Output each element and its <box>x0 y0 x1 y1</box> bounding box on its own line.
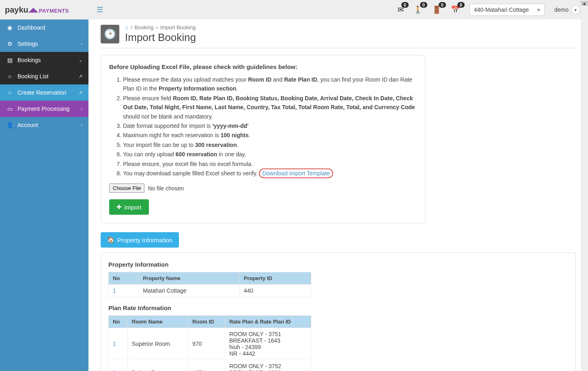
guideline-item: Date format supported for import is 'yyy… <box>123 121 417 130</box>
guideline-item: You may download sample filled Excel she… <box>123 169 417 178</box>
import-label: Import <box>124 204 142 211</box>
nav-create-reservation[interactable]: ○ Create Reservation ↗ <box>0 84 88 101</box>
table-cell: 2 <box>109 360 128 371</box>
table-cell: 440 <box>239 285 311 297</box>
property-info-panel: Property Information NoProperty NameProp… <box>101 252 576 371</box>
chevron-right-icon: › <box>81 106 82 111</box>
property-select[interactable]: 440-Matahari Cottage <box>470 4 545 16</box>
nav-label: Payment Processing <box>17 106 69 112</box>
table-header: No <box>109 272 139 285</box>
gear-icon: ⚙ <box>6 41 13 47</box>
logo-triangle-icon <box>28 8 38 13</box>
card-icon: ▭ <box>6 106 13 112</box>
nav-bookings[interactable]: ▤ Bookings ⌄ <box>0 52 88 68</box>
logo: payku PAYMENTS <box>0 0 88 19</box>
external-link-icon: ↗ <box>79 74 82 79</box>
user-menu[interactable]: demo ▾ <box>554 5 580 14</box>
rate-table: NoRoom NameRoom IDRate Plan & Rate Plan … <box>108 315 311 371</box>
select-value: 440-Matahari Cottage <box>474 6 529 13</box>
list-icon: ▤ <box>6 57 13 63</box>
chevron-right-icon: › <box>81 123 82 127</box>
scroll-up-icon[interactable]: ▲ <box>581 1 588 6</box>
table-header: Room Name <box>127 316 188 328</box>
property-info-toggle[interactable]: 🏠 Property Information <box>101 232 179 248</box>
table-cell: ROOM ONLY - 3752BREAKFAST - 3328NR - 444… <box>225 360 311 371</box>
badge-count: 0 <box>439 2 446 8</box>
nav-label: Account <box>17 122 38 128</box>
inbox-icon[interactable]: ✉0 <box>398 5 404 14</box>
badge-count: 0 <box>457 2 465 8</box>
table-cell: 1 <box>109 328 128 360</box>
table-cell: Matahari Cottage <box>139 285 240 297</box>
nav-booking-list[interactable]: ○ Booking List ↗ <box>0 68 88 84</box>
table-row: 2Deluxe Room1874ROOM ONLY - 3752BREAKFAS… <box>109 360 311 371</box>
table-row: 1Matahari Cottage440 <box>109 285 311 297</box>
external-link-icon: ↗ <box>79 90 82 95</box>
circle-icon: ○ <box>6 73 13 80</box>
table-cell: Superior Room <box>127 328 188 360</box>
download-template-link[interactable]: Download Import Template <box>259 168 333 178</box>
chevron-right-icon: › <box>81 41 82 46</box>
circle-icon: ○ <box>6 89 13 96</box>
breadcrumb: ⌂ / Booking › Import Booking <box>125 24 196 30</box>
user-label: demo <box>554 6 569 13</box>
rate-info-title: Plan Rate Information <box>108 304 568 311</box>
scrollbar[interactable]: ▲ <box>581 0 588 371</box>
table-cell: 970 <box>188 328 225 360</box>
home-icon: 🏠 <box>107 236 115 244</box>
plus-icon: ✚ <box>116 203 122 211</box>
table-row: 1Superior Room970ROOM ONLY - 3751BREAKFA… <box>109 328 311 360</box>
dashboard-meter-icon: 🕑 <box>101 25 119 43</box>
import-button[interactable]: ✚ Import <box>109 199 149 215</box>
table-cell: 1 <box>109 285 139 297</box>
badge-count: 0 <box>401 2 409 8</box>
table-header: Property ID <box>239 272 311 285</box>
nav-account[interactable]: 👤 Account › <box>0 117 88 133</box>
breadcrumb-item[interactable]: Booking <box>134 24 153 30</box>
checkin-icon[interactable]: 🚶0 <box>414 5 422 14</box>
breadcrumb-item: Import Booking <box>160 24 196 30</box>
guideline-item: Please ensure field Room ID, Rate Plan I… <box>123 94 417 121</box>
guideline-item: You can only upload 600 reservation in o… <box>123 150 417 159</box>
logo-main: payku <box>5 5 28 15</box>
logo-accent: PAYMENTS <box>39 8 69 14</box>
property-info-title: Property Information <box>108 261 568 268</box>
guideline-item: Maximum night for each reservation is 10… <box>123 131 417 140</box>
choose-file-button[interactable]: Choose File <box>109 183 144 193</box>
nav-settings[interactable]: ⚙ Settings › <box>0 36 88 52</box>
property-table: NoProperty NameProperty ID 1Matahari Cot… <box>108 272 311 297</box>
nav-label: Settings <box>17 41 38 47</box>
checkout-icon[interactable]: 🚪0 <box>432 5 441 14</box>
guideline-item: Please ensure the data you upload matche… <box>123 75 417 93</box>
table-cell: ROOM ONLY - 3751BREAKFAST - 1643hiuh - 2… <box>225 328 311 360</box>
user-icon: 👤 <box>6 122 13 128</box>
nav-dashboard[interactable]: ◉ Dashboard <box>0 19 88 36</box>
table-header: Property Name <box>139 272 240 285</box>
table-cell: 1874 <box>188 360 225 371</box>
table-header: Rate Plan & Rate Plan ID <box>225 316 311 328</box>
chevron-down-icon: ▾ <box>571 5 580 14</box>
guidelines-panel: Before Uploading Excel File, please chec… <box>101 55 425 223</box>
property-info-label: Property Information <box>117 237 172 244</box>
guidelines-heading: Before Uploading Excel File, please chec… <box>109 63 417 70</box>
guideline-item: Please ensure, your excel file has no ex… <box>123 160 417 168</box>
table-cell: Deluxe Room <box>127 360 188 371</box>
gauge-icon: ◉ <box>6 24 13 31</box>
nav-label: Booking List <box>17 73 48 80</box>
badge-count: 0 <box>420 2 427 8</box>
chevron-down-icon: ⌄ <box>79 58 82 63</box>
menu-toggle[interactable]: ☰ <box>97 5 103 14</box>
table-header: No <box>109 316 128 328</box>
breadcrumb-home-icon[interactable]: ⌂ <box>125 24 128 30</box>
nav-payment-processing[interactable]: ▭ Payment Processing › <box>0 101 88 117</box>
nav-label: Bookings <box>17 57 41 63</box>
nav-label: Create Reservation <box>17 89 67 96</box>
page-title: Import Booking <box>125 31 196 44</box>
nav-label: Dashboard <box>17 24 45 31</box>
file-status: No file chosen <box>148 185 184 192</box>
table-header: Room ID <box>188 316 225 328</box>
calendar-icon[interactable]: 📅0 <box>451 5 460 14</box>
guideline-item: Your import file can be up to 300 reserv… <box>123 140 417 149</box>
